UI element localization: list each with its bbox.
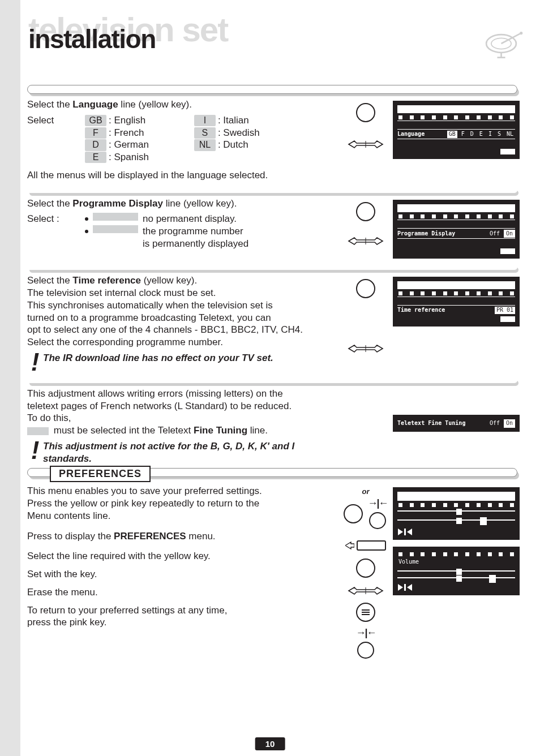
caution-text: This adjustment is not active for the B,… (43, 441, 294, 452)
osd-label: Teletext Fine Tuning (397, 420, 465, 427)
remote-rocker-icon (348, 586, 384, 596)
select-label: Select (27, 114, 85, 127)
remote-key-icon (357, 540, 386, 551)
text: must be selected int the Teletext (51, 425, 194, 436)
osd-value: PR 01 (495, 307, 515, 314)
osd-option: E (478, 131, 485, 138)
osd-label: Programme Display (397, 230, 455, 238)
lang-name: : Swedish (218, 127, 260, 139)
caution-icon: ! (27, 352, 43, 372)
section-language: Select the Language line (yellow key). S… (0, 94, 540, 187)
osd-option: Off (488, 230, 502, 238)
section-programme-display: Select the Programme Display line (yello… (0, 193, 540, 265)
text: no permanent display. (143, 213, 237, 225)
text-bold: Language (72, 99, 118, 110)
osd-screen-volume: Volume (393, 547, 520, 595)
satellite-dish-icon (474, 28, 524, 59)
select-label: Select : (27, 213, 85, 225)
osd-option: I (487, 131, 494, 138)
osd-option: D (469, 131, 475, 138)
text: turned on to a programme broadcasting Te… (27, 312, 333, 324)
osd-option: F (460, 131, 466, 138)
section-divider (27, 187, 517, 193)
page-root: television set installation Select the L… (0, 0, 540, 756)
text: Set with the key. (27, 568, 333, 581)
lang-name: : German (109, 139, 149, 151)
text: Select the line required with the yellow… (27, 550, 333, 562)
lang-chip: S (194, 127, 216, 139)
text: line (yellow key). (118, 99, 192, 110)
text: Menu contents line. (27, 510, 333, 522)
caution-text: standards. (43, 453, 92, 464)
text: Press the yellow or pink key repeatedly … (27, 497, 333, 510)
preferences-header: PREFERENCES (27, 466, 517, 483)
lang-chip: GB (85, 115, 106, 126)
section-teletext-fine-tuning: This adjustment allows writing errors (m… (0, 383, 540, 466)
caution-text: The IR download line has no effect on yo… (43, 352, 273, 364)
pink-key-icon: →|← (367, 497, 387, 510)
section-divider (27, 377, 517, 383)
text: teletext pages of French networks (L Sta… (27, 400, 333, 413)
text-bold: Programme Display (72, 198, 163, 209)
lang-name: : English (109, 114, 145, 127)
osd-option: NL (505, 131, 515, 138)
lang-name: : French (109, 127, 144, 139)
remote-rocker-icon (348, 139, 384, 149)
text: the programme number (143, 226, 243, 237)
text: This menu enables you to save your prefe… (27, 485, 333, 497)
text: Select the (27, 275, 72, 286)
bullet-icon (85, 217, 88, 221)
remote-yellow-button-icon (356, 279, 375, 298)
language-column-left: GB: English F: French D: German E: Spani… (85, 114, 149, 164)
text: The television set internal clock must b… (27, 287, 333, 299)
osd-option: Off (488, 420, 502, 427)
preferences-heading: PREFERENCES (50, 466, 151, 482)
text: This adjustment allows writing errors (m… (27, 388, 333, 400)
section-divider (27, 264, 517, 270)
osd-screen-programme-display: Programme Display Off On (393, 200, 520, 259)
text: is permanently displayed (143, 238, 248, 249)
page-number: 10 (255, 737, 285, 750)
text: menu. (186, 531, 216, 542)
osd-label: Time reference (397, 307, 445, 314)
lang-name: : Dutch (218, 139, 248, 151)
text: Select the corresponding programme numbe… (27, 336, 333, 349)
text: (yellow key). (141, 275, 197, 286)
osd-option: On (504, 419, 515, 428)
osd-option: On (504, 230, 515, 238)
bullet-icon (85, 230, 88, 233)
osd-screen-preferences (393, 487, 520, 540)
lang-chip: D (85, 139, 106, 151)
text: Select the (27, 99, 72, 110)
osd-screen-teletext: Teletext Fine Tuning Off On (393, 415, 520, 432)
remote-pink-button-icon (369, 512, 386, 529)
pink-key-icon: →|← (355, 626, 375, 639)
osd-label: Volume (397, 557, 515, 566)
text: opt to select any one of the 4 channels … (27, 324, 333, 336)
osd-label: Language (397, 131, 425, 138)
text: Erase the menu. (27, 586, 333, 599)
remote-rocker-icon (348, 236, 384, 246)
redacted-option (93, 213, 138, 221)
text: To do this, (27, 412, 333, 424)
right-arrow-icon (345, 542, 354, 549)
remote-yellow-button-icon (344, 504, 363, 523)
remote-yellow-button-icon (356, 559, 375, 578)
lang-chip: E (85, 152, 106, 163)
left-gutter (0, 0, 20, 756)
text: line. (247, 425, 268, 436)
svg-point-3 (520, 32, 522, 35)
remote-pink-button-icon (357, 642, 374, 659)
language-column-right: I: Italian S: Swedish NL: Dutch (194, 114, 260, 151)
redacted-option (93, 225, 138, 233)
section-time-reference: Select the Time reference (yellow key). … (0, 270, 540, 377)
header-foreground-title: installation (28, 24, 156, 54)
section-divider (27, 85, 517, 94)
text: Press to display the (27, 531, 114, 542)
text: press the pink key. (27, 616, 333, 629)
remote-menu-button-icon (356, 603, 375, 622)
remote-yellow-button-icon (356, 103, 375, 122)
lang-name: : Italian (218, 114, 249, 127)
redacted-option (27, 427, 49, 435)
osd-option: S (496, 131, 503, 138)
